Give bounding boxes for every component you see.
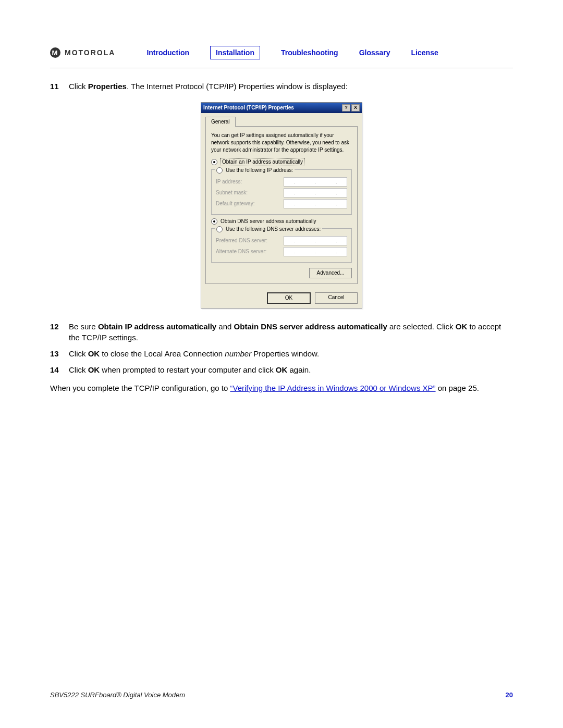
ip-address-input[interactable]: ... — [284, 177, 347, 187]
text: Click — [69, 365, 88, 374]
text-bold: Obtain IP address automatically — [98, 322, 216, 331]
radio-label: Use the following IP address: — [226, 167, 293, 174]
radio-icon — [211, 218, 217, 225]
text: on page 25. — [436, 384, 479, 392]
dialog-body: General You can get IP settings assigned… — [201, 113, 362, 288]
title-text: Internet Protocol (TCP/IP) Properties — [203, 104, 294, 112]
radio-obtain-ip-auto[interactable]: Obtain an IP address automatically — [211, 158, 352, 166]
page-number: 20 — [506, 691, 513, 699]
general-tab[interactable]: General — [205, 117, 236, 127]
text: to close the Local Area Connection — [100, 349, 225, 358]
help-icon[interactable]: ? — [342, 104, 350, 112]
step-body: Click OK when prompted to restart your c… — [69, 364, 513, 375]
text: again. — [287, 365, 311, 374]
close-icon[interactable]: X — [351, 104, 360, 112]
radio-obtain-dns-auto[interactable]: Obtain DNS server address automatically — [211, 218, 352, 225]
step-number: 12 — [50, 321, 69, 343]
nav-tabs: Introduction Installation Troubleshootin… — [146, 46, 438, 59]
radio-use-following-dns[interactable]: Use the following DNS server addresses: — [215, 226, 322, 233]
text: when prompted to restart your computer a… — [100, 365, 276, 374]
step-number: 14 — [50, 364, 69, 375]
title-bar-buttons: ? X — [342, 104, 360, 112]
link-verifying-ip[interactable]: “Verifying the IP Address in Windows 200… — [230, 384, 435, 392]
ok-button[interactable]: OK — [267, 292, 311, 304]
text-bold: OK — [88, 365, 100, 374]
text-bold: OK — [88, 349, 100, 358]
ip-address-label: IP address: — [216, 178, 242, 186]
radio-use-following-ip[interactable]: Use the following IP address: — [215, 167, 295, 174]
step-11: 11 Click Properties. The Internet Protoc… — [50, 81, 513, 92]
text: and — [216, 322, 234, 331]
nav-license[interactable]: License — [411, 48, 438, 57]
text-bold: Obtain DNS server address automatically — [234, 322, 387, 331]
default-gateway-input[interactable]: ... — [284, 199, 347, 208]
brand: M MOTOROLA — [50, 47, 115, 58]
motorola-batwing-icon: M — [50, 47, 60, 58]
step-number: 11 — [50, 81, 69, 92]
step-12: 12 Be sure Obtain IP address automatical… — [50, 321, 513, 343]
static-dns-fieldset: Use the following DNS server addresses: … — [211, 228, 352, 263]
page-header: M MOTOROLA Introduction Installation Tro… — [50, 46, 513, 68]
advanced-row: Advanced... — [211, 268, 352, 278]
text-bold: OK — [276, 365, 288, 374]
text-bold: Properties — [88, 82, 127, 91]
preferred-dns-input[interactable]: ... — [284, 236, 347, 245]
nav-introduction[interactable]: Introduction — [146, 48, 189, 57]
text: When you complete the TCP/IP configurati… — [50, 384, 230, 392]
radio-label: Use the following DNS server addresses: — [226, 226, 321, 233]
dialog-buttons: OK Cancel — [201, 288, 362, 308]
closing-paragraph: When you complete the TCP/IP configurati… — [50, 382, 513, 393]
step-body: Click Properties. The Internet Protocol … — [69, 81, 513, 92]
subnet-mask-label: Subnet mask: — [216, 189, 248, 196]
content: 11 Click Properties. The Internet Protoc… — [50, 81, 513, 393]
tab-panel: You can get IP settings assigned automat… — [205, 126, 358, 284]
text-bold: OK — [456, 322, 468, 331]
text: Be sure — [69, 322, 98, 331]
default-gateway-label: Default gateway: — [216, 200, 255, 207]
text: Click — [69, 82, 88, 91]
radio-icon — [216, 226, 223, 232]
alternate-dns-input[interactable]: ... — [284, 247, 347, 256]
text-italic: number — [225, 349, 251, 358]
nav-installation[interactable]: Installation — [210, 46, 260, 59]
alternate-dns-label: Alternate DNS server: — [216, 248, 266, 255]
text: Properties window. — [251, 349, 319, 358]
title-bar: Internet Protocol (TCP/IP) Properties ? … — [201, 103, 362, 113]
cancel-button[interactable]: Cancel — [315, 292, 358, 304]
tcpip-properties-dialog: Internet Protocol (TCP/IP) Properties ? … — [201, 102, 362, 309]
step-number: 13 — [50, 348, 69, 359]
subnet-mask-input[interactable]: ... — [284, 188, 347, 198]
nav-troubleshooting[interactable]: Troubleshooting — [281, 48, 338, 57]
advanced-button[interactable]: Advanced... — [309, 268, 352, 278]
nav-glossary[interactable]: Glossary — [359, 48, 390, 57]
radio-label: Obtain DNS server address automatically — [221, 218, 316, 225]
text: . The Internet Protocol (TCP/IP) Propert… — [127, 82, 348, 91]
dialog-description: You can get IP settings assigned automat… — [211, 132, 352, 154]
page-footer: SBV5222 SURFboard® Digital Voice Modem 2… — [50, 691, 513, 699]
step-body: Be sure Obtain IP address automatically … — [69, 321, 513, 343]
step-14: 14 Click OK when prompted to restart you… — [50, 364, 513, 375]
product-name: SBV5222 SURFboard® Digital Voice Modem — [50, 691, 185, 699]
radio-icon — [216, 167, 223, 174]
text: are selected. Click — [387, 322, 456, 331]
step-13: 13 Click OK to close the Local Area Conn… — [50, 348, 513, 359]
brand-text: MOTOROLA — [65, 48, 115, 57]
radio-label: Obtain an IP address automatically — [221, 158, 304, 166]
step-body: Click OK to close the Local Area Connect… — [69, 348, 513, 359]
page: M MOTOROLA Introduction Installation Tro… — [0, 0, 563, 728]
radio-icon — [211, 159, 217, 165]
static-ip-fieldset: Use the following IP address: IP address… — [211, 169, 352, 215]
preferred-dns-label: Preferred DNS server: — [216, 237, 267, 244]
dialog-screenshot: Internet Protocol (TCP/IP) Properties ? … — [50, 102, 513, 309]
text: Click — [69, 349, 88, 358]
